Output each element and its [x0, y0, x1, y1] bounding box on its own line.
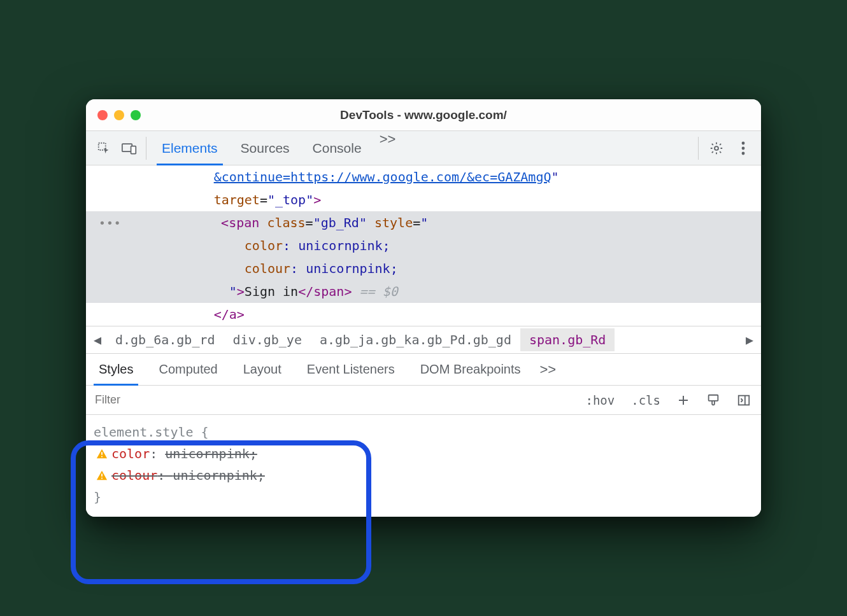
svg-point-4	[742, 141, 745, 144]
subtab-styles[interactable]: Styles	[86, 354, 146, 385]
dom-breadcrumb: ◀ d.gb_6a.gb_rd div.gb_ye a.gb_ja.gb_ka.…	[86, 326, 761, 354]
css-property-name: color	[111, 446, 150, 461]
window-title: DevTools - www.google.com/	[86, 108, 761, 122]
device-toggle-icon[interactable]	[117, 136, 142, 161]
toolbar-divider	[146, 137, 146, 160]
breadcrumb-left-icon[interactable]: ◀	[89, 332, 106, 347]
dom-line[interactable]: &continue=https://www.google.com/&ec=GAZ…	[86, 165, 761, 188]
subtab-layout[interactable]: Layout	[231, 354, 294, 385]
svg-rect-10	[101, 456, 103, 458]
subtab-dom-breakpoints[interactable]: DOM Breakpoints	[408, 354, 534, 385]
styles-filter-input[interactable]	[91, 391, 580, 409]
devtools-window: DevTools - www.google.com/ Elements Sour…	[86, 99, 761, 517]
panel-tabs: Elements Sources Console >>	[150, 131, 694, 165]
rule-close-brace: }	[94, 486, 753, 508]
breadcrumb-item[interactable]: div.gb_ye	[224, 328, 311, 351]
dom-selected-node[interactable]: ••• <span class="gb_Rd" style=" color: u…	[86, 211, 761, 303]
computed-sidebar-toggle-icon[interactable]	[732, 391, 756, 410]
svg-rect-9	[101, 452, 103, 455]
svg-rect-7	[709, 395, 718, 400]
more-tabs-icon[interactable]: >>	[373, 131, 402, 165]
svg-point-5	[742, 146, 745, 150]
titlebar: DevTools - www.google.com/	[86, 99, 761, 131]
toolbar-divider	[698, 137, 699, 160]
window-controls	[97, 110, 141, 120]
kebab-menu-icon[interactable]	[730, 136, 756, 161]
styles-toolbar: :hov .cls	[86, 386, 761, 415]
paint-brush-icon[interactable]	[701, 391, 725, 410]
breadcrumb-item-selected[interactable]: span.gb_Rd	[520, 328, 615, 351]
tab-console[interactable]: Console	[301, 131, 373, 165]
toolbar-right	[694, 136, 756, 161]
svg-point-6	[742, 151, 745, 155]
styles-pane[interactable]: element.style { color: unicornpink; colo…	[86, 415, 761, 517]
svg-rect-12	[101, 478, 103, 479]
main-toolbar: Elements Sources Console >>	[86, 131, 761, 165]
dom-line[interactable]: </a>	[86, 303, 761, 326]
tab-sources[interactable]: Sources	[229, 131, 301, 165]
tab-elements[interactable]: Elements	[150, 131, 229, 165]
minimize-window-button[interactable]	[114, 110, 124, 120]
warning-icon	[96, 470, 108, 481]
svg-rect-11	[101, 473, 103, 477]
rule-selector: element.style {	[94, 421, 753, 443]
warning-icon	[96, 448, 108, 459]
styles-actions: :hov .cls	[580, 391, 756, 410]
css-property-name: colour	[111, 468, 157, 483]
dom-tree[interactable]: &continue=https://www.google.com/&ec=GAZ…	[86, 165, 761, 326]
subtab-computed[interactable]: Computed	[146, 354, 230, 385]
inspect-element-icon[interactable]	[91, 136, 117, 161]
svg-point-3	[715, 146, 718, 150]
svg-rect-2	[131, 146, 136, 153]
breadcrumb-right-icon[interactable]: ▶	[741, 332, 758, 347]
breadcrumb-item[interactable]: a.gb_ja.gb_ka.gb_Pd.gb_gd	[311, 328, 520, 351]
css-property-value: unicornpink	[173, 468, 257, 483]
expand-ellipsis-icon[interactable]: •••	[99, 213, 122, 234]
more-subtabs-icon[interactable]: >>	[534, 361, 563, 378]
css-declaration[interactable]: colour: unicornpink;	[94, 465, 753, 486]
close-window-button[interactable]	[97, 110, 108, 120]
dom-url-fragment: &continue=https://www.google.com/&ec=GAZ…	[214, 169, 552, 185]
zoom-window-button[interactable]	[131, 110, 141, 120]
settings-icon[interactable]	[704, 136, 729, 161]
svg-rect-8	[739, 395, 750, 405]
styles-subtabs: Styles Computed Layout Event Listeners D…	[86, 354, 761, 386]
css-property-value: unicornpink	[165, 446, 249, 461]
new-style-rule-icon[interactable]	[672, 391, 695, 409]
subtab-event-listeners[interactable]: Event Listeners	[294, 354, 408, 385]
dom-line[interactable]: target="_top">	[86, 188, 761, 211]
breadcrumb-item[interactable]: d.gb_6a.gb_rd	[106, 328, 224, 351]
cls-toggle-button[interactable]: .cls	[626, 391, 666, 410]
css-declaration[interactable]: color: unicornpink;	[94, 443, 753, 465]
hov-toggle-button[interactable]: :hov	[580, 391, 620, 410]
